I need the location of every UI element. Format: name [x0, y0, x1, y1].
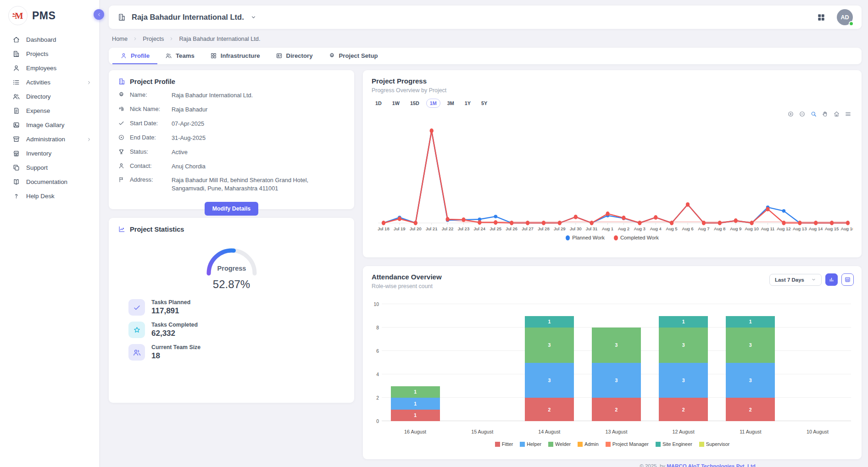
- stat-value: 62,332: [151, 329, 198, 338]
- sidebar-item-employees[interactable]: Employees: [0, 61, 99, 75]
- footer-company-link[interactable]: MARCO AIoT Technologies Pvt. Ltd.: [667, 463, 757, 467]
- sidebar-item-image-gallary[interactable]: Image Gallary: [0, 118, 99, 132]
- bar-chart-view-button[interactable]: [825, 273, 838, 286]
- bar-segment-welder[interactable]: 3: [726, 328, 775, 363]
- table-view-button[interactable]: [841, 273, 854, 286]
- bar-segment-fitter[interactable]: 2: [525, 398, 574, 421]
- bar-segment-site-engineer[interactable]: 1: [659, 316, 708, 328]
- apps-grid-icon[interactable]: [817, 13, 826, 22]
- svg-text:Jul 30: Jul 30: [570, 226, 582, 231]
- sidebar-nav: Dashboard Projects Employees Activities …: [0, 33, 99, 203]
- id-card-icon: [276, 52, 283, 59]
- tab-infrastructure[interactable]: Infrastructure: [202, 48, 268, 64]
- tab-teams[interactable]: Teams: [157, 48, 202, 64]
- stat-value: 18: [151, 351, 200, 361]
- grid-icon: [210, 52, 217, 59]
- tabs-bar: Profile Teams Infrastructure Directory P…: [109, 48, 862, 64]
- bar-segment-helper[interactable]: 3: [592, 363, 641, 398]
- bar-segment-fitter[interactable]: 2: [659, 398, 708, 421]
- breadcrumb-item-raja-bahadur-international-ltd[interactable]: Raja Bahadur International Ltd.: [179, 35, 260, 42]
- attendance-range-select[interactable]: Last 7 Days: [769, 274, 822, 286]
- bar-column-16-august: 111: [382, 304, 449, 421]
- range-button-1d[interactable]: 1D: [372, 99, 385, 108]
- bar-segment-helper[interactable]: 1: [391, 398, 440, 410]
- range-button-1m[interactable]: 1M: [426, 99, 440, 108]
- legend-welder[interactable]: Welder: [548, 441, 571, 447]
- stat-label: Tasks Planned: [151, 299, 190, 306]
- store-icon: [12, 150, 20, 157]
- legend-planned-work[interactable]: Planned Work: [566, 235, 605, 240]
- sidebar-item-documentation[interactable]: Documentation: [0, 175, 99, 189]
- time-range-buttons: 1D1W15D1M3M1Y5Y: [372, 99, 853, 108]
- sidebar-item-activities[interactable]: Activities: [0, 75, 99, 89]
- legend-project-manager[interactable]: Project Manager: [606, 441, 649, 447]
- sidebar-collapse-button[interactable]: [94, 9, 104, 20]
- field-value: Raja Bahadur: [172, 106, 207, 114]
- bar-segment-welder[interactable]: 1: [391, 386, 440, 398]
- logo: M PMS: [0, 0, 99, 33]
- sidebar-item-directory[interactable]: Directory: [0, 89, 99, 104]
- modebar-reset-axes-icon[interactable]: [833, 111, 840, 117]
- stat-label: Tasks Completed: [151, 322, 198, 328]
- range-button-5y[interactable]: 5Y: [478, 99, 491, 108]
- svg-text:Jul 20: Jul 20: [410, 226, 422, 231]
- bar-segment-welder[interactable]: 3: [659, 328, 708, 363]
- svg-text:Aug 13: Aug 13: [793, 226, 807, 231]
- bar-segment-fitter[interactable]: 2: [726, 398, 775, 421]
- bar-segment-helper[interactable]: 3: [726, 363, 775, 398]
- modebar-zoom-out-icon[interactable]: [799, 111, 806, 117]
- modebar-zoom-in-icon[interactable]: [787, 111, 794, 117]
- help-icon: [12, 192, 20, 200]
- company-selector[interactable]: Raja Bahadur International Ltd.: [117, 13, 256, 22]
- breadcrumb-item-home[interactable]: Home: [112, 35, 128, 42]
- modebar-zoom-icon[interactable]: [810, 111, 817, 117]
- sidebar-item-inventory[interactable]: Inventory: [0, 146, 99, 161]
- plus-circle-icon: [787, 111, 794, 117]
- legend-supervisor[interactable]: Supervisor: [699, 441, 730, 447]
- modebar-menu-icon[interactable]: [845, 111, 851, 117]
- sidebar-item-dashboard[interactable]: Dashboard: [0, 33, 99, 47]
- people-icon: [12, 93, 20, 100]
- bar-segment-welder[interactable]: 3: [592, 328, 641, 363]
- x-axis-label: 12 August: [650, 429, 717, 434]
- bar-segment-fitter[interactable]: 2: [592, 398, 641, 421]
- line-chart-legend: Planned Work Completed Work: [372, 235, 853, 240]
- range-button-15d[interactable]: 15D: [406, 99, 423, 108]
- bar-segment-site-engineer[interactable]: 1: [525, 316, 574, 328]
- sidebar-item-support[interactable]: Support: [0, 161, 99, 175]
- chart-line-icon: [118, 225, 126, 233]
- sidebar-item-projects[interactable]: Projects: [0, 47, 99, 61]
- legend-helper[interactable]: Helper: [520, 441, 541, 447]
- avatar[interactable]: AD: [837, 9, 853, 25]
- range-button-1w[interactable]: 1W: [389, 99, 403, 108]
- bar-segment-fitter[interactable]: 1: [391, 410, 440, 422]
- breadcrumb: HomeProjectsRaja Bahadur International L…: [112, 35, 862, 42]
- sidebar-item-expense[interactable]: Expense: [0, 104, 99, 118]
- svg-text:Jul 26: Jul 26: [506, 226, 517, 231]
- range-button-3m[interactable]: 3M: [444, 99, 458, 108]
- range-button-1y[interactable]: 1Y: [461, 99, 474, 108]
- chevron-down-icon: [811, 277, 816, 282]
- field-label: Name:: [130, 91, 167, 98]
- bar-segment-helper[interactable]: 3: [525, 363, 574, 398]
- tab-profile[interactable]: Profile: [112, 48, 157, 64]
- legend-fitter[interactable]: Fitter: [495, 441, 513, 447]
- bar-segment-welder[interactable]: 3: [525, 328, 574, 363]
- svg-text:Jul 28: Jul 28: [538, 226, 550, 231]
- legend-completed-work[interactable]: Completed Work: [614, 235, 659, 240]
- project-progress-subtitle: Progress Overview by Project: [372, 87, 853, 94]
- bar-segment-helper[interactable]: 3: [659, 363, 708, 398]
- minus-circle-icon: [799, 111, 806, 117]
- legend-site-engineer[interactable]: Site Engineer: [656, 441, 692, 447]
- modify-details-button[interactable]: Modify Details: [205, 202, 258, 216]
- modebar-pan-icon[interactable]: [822, 111, 829, 117]
- sidebar-item-administration[interactable]: Administration: [0, 132, 99, 146]
- person-icon: [12, 64, 20, 72]
- tab-project-setup[interactable]: Project Setup: [321, 48, 386, 64]
- breadcrumb-item-projects[interactable]: Projects: [143, 35, 164, 42]
- legend-admin[interactable]: Admin: [578, 441, 599, 447]
- sidebar-item-help-desk[interactable]: Help Desk: [0, 189, 99, 203]
- online-status-dot: [849, 21, 854, 26]
- bar-segment-site-engineer[interactable]: 1: [726, 316, 775, 328]
- tab-directory[interactable]: Directory: [268, 48, 321, 64]
